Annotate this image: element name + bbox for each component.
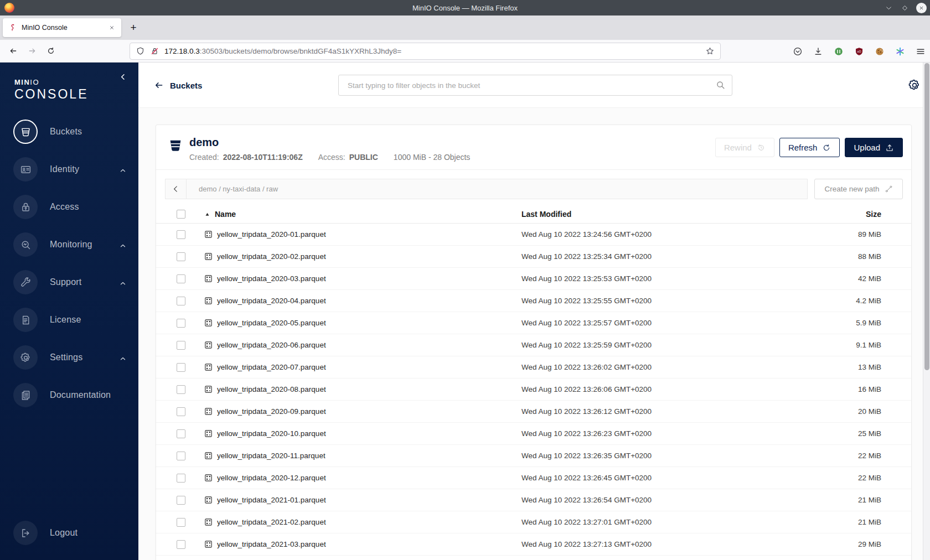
cookie-extension-icon[interactable] (874, 46, 885, 56)
object-file-icon (204, 296, 213, 305)
row-checkbox[interactable] (177, 429, 185, 438)
browser-tab-minio-console[interactable]: MinIO Console (3, 18, 121, 37)
browser-reload-icon[interactable] (43, 43, 59, 59)
object-name: yellow_tripdata_2020-05.parquet (217, 319, 326, 327)
browser-forward-icon[interactable] (24, 43, 40, 59)
select-all-checkbox[interactable] (177, 210, 185, 219)
row-checkbox[interactable] (177, 474, 185, 483)
row-checkbox[interactable] (177, 297, 185, 305)
rewind-button[interactable]: Rewind (715, 138, 774, 157)
documentation-icon (20, 390, 32, 401)
tracking-shield-icon[interactable] (136, 46, 145, 56)
downloads-icon[interactable] (813, 46, 823, 56)
close-icon[interactable] (916, 3, 927, 13)
object-size: 25 MiB (820, 429, 881, 438)
table-row[interactable]: yellow_tripdata_2021-01.parquet Wed Aug … (156, 489, 911, 511)
object-name: yellow_tripdata_2020-07.parquet (217, 363, 326, 371)
sidebar-item-logout[interactable]: Logout (0, 514, 138, 552)
object-name: yellow_tripdata_2021-01.parquet (217, 496, 326, 504)
row-checkbox[interactable] (177, 452, 185, 460)
menu-hamburger-icon[interactable] (915, 46, 926, 56)
row-checkbox[interactable] (177, 385, 185, 394)
row-checkbox[interactable] (177, 319, 185, 328)
scrollbar-thumb[interactable] (924, 63, 929, 370)
table-row[interactable]: yellow_tripdata_2020-10.parquet Wed Aug … (156, 423, 911, 445)
table-row[interactable]: yellow_tripdata_2020-03.parquet Wed Aug … (156, 268, 911, 290)
sidebar-item-access[interactable]: Access (0, 188, 138, 226)
object-file-icon (204, 540, 213, 549)
object-size: 88 MiB (820, 252, 881, 261)
table-row[interactable]: yellow_tripdata_2021-02.parquet Wed Aug … (156, 511, 911, 533)
create-new-path-button[interactable]: Create new path (814, 179, 903, 199)
row-checkbox[interactable] (177, 540, 185, 549)
table-row[interactable]: yellow_tripdata_2020-04.parquet Wed Aug … (156, 290, 911, 312)
object-file-icon (204, 362, 213, 372)
url-text[interactable]: 172.18.0.3:30503/buckets/demo/browse/bnk… (164, 47, 705, 55)
upload-button[interactable]: Upload (845, 138, 903, 157)
row-checkbox[interactable] (177, 518, 185, 527)
breadcrumb[interactable]: demo / ny-taxi-data / raw (187, 185, 278, 193)
sidebar-item-buckets[interactable]: Buckets (0, 113, 138, 151)
table-row[interactable]: yellow_tripdata_2020-12.parquet Wed Aug … (156, 467, 911, 489)
row-checkbox[interactable] (177, 341, 185, 350)
tab-close-icon[interactable] (107, 23, 117, 33)
settings-gear-icon[interactable] (908, 79, 921, 92)
row-checkbox[interactable] (177, 230, 185, 239)
pocket-icon[interactable] (792, 46, 803, 56)
table-row[interactable]: yellow_tripdata_2020-07.parquet Wed Aug … (156, 356, 911, 378)
insecure-lock-icon[interactable] (150, 46, 159, 56)
column-header-name[interactable]: Name (215, 210, 236, 219)
ublock-shield-icon[interactable]: uO (854, 46, 864, 56)
extension-green-icon[interactable] (833, 46, 844, 56)
breadcrumb-back-icon[interactable] (166, 179, 187, 199)
table-row[interactable]: yellow_tripdata_2020-02.parquet Wed Aug … (156, 246, 911, 268)
sidebar-item-license[interactable]: License (0, 301, 138, 339)
sidebar-item-identity[interactable]: Identity (0, 151, 138, 188)
minimize-icon[interactable] (884, 3, 893, 13)
object-last-modified: Wed Aug 10 2022 13:26:06 GMT+0200 (521, 385, 820, 393)
sidebar-item-settings[interactable]: Settings (0, 339, 138, 376)
sidebar-item-support[interactable]: Support (0, 263, 138, 301)
sort-ascending-icon[interactable] (204, 210, 211, 217)
table-row[interactable]: yellow_tripdata_2021-03.parquet Wed Aug … (156, 533, 911, 556)
bucket-icon (20, 126, 32, 138)
row-checkbox[interactable] (177, 274, 185, 283)
back-to-buckets-label: Buckets (170, 81, 202, 90)
column-header-size[interactable]: Size (820, 210, 881, 219)
object-name: yellow_tripdata_2020-10.parquet (217, 429, 326, 438)
table-row[interactable]: yellow_tripdata_2020-08.parquet Wed Aug … (156, 378, 911, 401)
object-file-icon (204, 385, 213, 394)
url-bar[interactable]: 172.18.0.3:30503/buckets/demo/browse/bnk… (130, 43, 721, 60)
row-checkbox[interactable] (177, 363, 185, 372)
create-path-icon (885, 185, 893, 193)
access-value: PUBLIC (349, 153, 378, 162)
maximize-icon[interactable] (900, 3, 910, 13)
breadcrumb-bar: demo / ny-taxi-data / raw (165, 179, 808, 199)
table-row[interactable]: yellow_tripdata_2020-06.parquet Wed Aug … (156, 334, 911, 356)
object-size: 22 MiB (820, 474, 881, 482)
refresh-button[interactable]: Refresh (779, 138, 840, 157)
table-row[interactable]: yellow_tripdata_2020-05.parquet Wed Aug … (156, 312, 911, 334)
sidebar-item-documentation[interactable]: Documentation (0, 376, 138, 414)
row-checkbox[interactable] (177, 252, 185, 261)
page-scrollbar[interactable] (923, 63, 930, 560)
browser-back-icon[interactable] (6, 43, 21, 59)
table-header-row: Name Last Modified Size (156, 205, 911, 224)
color-asterisk-icon[interactable] (895, 46, 905, 56)
sidebar-menu: Buckets Identity Access Monitoring Suppo… (0, 113, 138, 414)
filter-objects-input[interactable] (338, 75, 732, 96)
sidebar-item-monitoring[interactable]: Monitoring (0, 226, 138, 263)
row-checkbox[interactable] (177, 407, 185, 416)
column-header-last-modified[interactable]: Last Modified (521, 210, 820, 219)
bookmark-star-icon[interactable] (705, 46, 715, 56)
object-size: 22 MiB (820, 452, 881, 460)
row-checkbox[interactable] (177, 496, 185, 505)
table-row[interactable]: yellow_tripdata_2020-01.parquet Wed Aug … (156, 224, 911, 246)
back-to-buckets-button[interactable]: Buckets (154, 63, 202, 108)
svg-text:uO: uO (857, 49, 861, 53)
new-tab-button[interactable]: + (126, 20, 141, 35)
object-file-icon (204, 318, 213, 328)
sidebar-collapse-icon[interactable] (118, 72, 130, 84)
table-row[interactable]: yellow_tripdata_2020-09.parquet Wed Aug … (156, 401, 911, 423)
table-row[interactable]: yellow_tripdata_2020-11.parquet Wed Aug … (156, 445, 911, 467)
